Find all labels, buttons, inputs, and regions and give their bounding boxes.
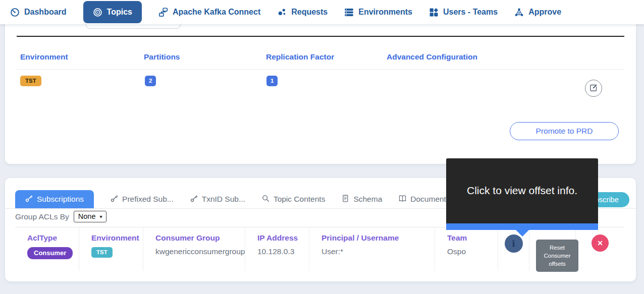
column-header-advanced-configuration: Advanced Configuration: [387, 52, 477, 62]
partitions-badge: 2: [145, 76, 156, 86]
acl-header-ip-address: IP Address: [257, 233, 309, 243]
chevron-down-icon: ▾: [100, 214, 102, 219]
nav-item-label: Users - Teams: [443, 8, 498, 17]
team-value: Ospo: [447, 247, 498, 256]
acl-environment-badge: TST: [91, 247, 113, 258]
tab-schema[interactable]: Schema: [342, 190, 382, 208]
nav-item-users-teams[interactable]: Users - Teams: [429, 8, 498, 17]
requests-icon: [277, 8, 287, 17]
book-icon: [399, 195, 406, 204]
acl-header-consumer-group: Consumer Group: [155, 233, 245, 243]
group-acls-by-label: Group ACLs By: [15, 212, 69, 221]
group-acls-by-select[interactable]: None ▾: [74, 211, 106, 222]
nav-item-topics[interactable]: Topics: [83, 1, 142, 23]
nav-item-label: Topics: [107, 8, 132, 17]
nav-item-approve[interactable]: Approve: [514, 8, 561, 17]
column-header-partitions: Partitions: [144, 52, 180, 62]
acl-col-ip-address: IP Address 10.128.0.3: [245, 227, 309, 271]
acl-col-acltype: AclType Consumer: [15, 227, 79, 271]
section-divider: [17, 36, 624, 37]
acl-col-consumer-group: Consumer Group kwgenericconsumergroup: [143, 227, 245, 271]
acl-header-environment: Environment: [91, 233, 143, 243]
select-value: None: [78, 212, 96, 220]
users-teams-icon: [429, 8, 439, 17]
nav-item-environments[interactable]: Environments: [344, 8, 412, 17]
column-header-environment: Environment: [20, 52, 68, 62]
subscriptions-tabbar: Subscriptions Prefixed Sub... TxnID Sub.…: [15, 190, 463, 208]
group-acls-row: Group ACLs By None ▾: [15, 211, 106, 222]
tab-label: Subscriptions: [37, 195, 84, 204]
environment-badge: TST: [20, 76, 41, 86]
key-icon: [111, 195, 118, 204]
edit-icon: [589, 84, 598, 93]
tab-label: Schema: [353, 195, 382, 204]
key-icon: [25, 195, 33, 204]
nav-item-label: Approve: [528, 8, 561, 17]
nav-item-dashboard[interactable]: Dashboard: [10, 8, 67, 17]
edit-topic-button[interactable]: [585, 80, 602, 97]
info-icon: i: [512, 239, 515, 249]
file-icon: [342, 195, 349, 204]
topics-icon: [93, 8, 102, 17]
top-nav: Dashboard Topics Apache Kafka Connect Re…: [0, 0, 644, 24]
offset-info-tooltip-text: Click to view offset info.: [446, 158, 598, 223]
key-icon: [190, 195, 198, 204]
delete-acl-button[interactable]: ✕: [592, 234, 609, 252]
column-header-replication-factor: Replication Factor: [266, 52, 334, 62]
offset-info-tooltip: Click to view offset info.: [446, 158, 598, 237]
acl-header-principal: Principal / Username: [321, 233, 435, 243]
nav-item-label: Apache Kafka Connect: [173, 8, 260, 17]
principal-value: User:*: [321, 247, 435, 256]
nav-item-requests[interactable]: Requests: [277, 8, 328, 17]
reset-consumer-offsets-tooltip: Reset Consumer offsets: [536, 240, 578, 272]
tab-label: TxnID Sub...: [202, 195, 245, 204]
tooltip-caret-icon: [516, 230, 529, 237]
promote-to-prd-button[interactable]: Promote to PRD: [510, 122, 619, 140]
dashboard-icon: [10, 8, 20, 17]
tab-subscriptions[interactable]: Subscriptions: [15, 190, 94, 208]
tooltip-accent-bar: [446, 223, 598, 230]
tab-prefixed-subscriptions[interactable]: Prefixed Sub...: [111, 190, 174, 208]
approve-icon: [514, 8, 524, 17]
acl-header-acltype: AclType: [27, 233, 79, 243]
search-icon: [262, 195, 270, 204]
nav-item-label: Dashboard: [24, 8, 67, 17]
tab-txnid-subscriptions[interactable]: TxnID Sub...: [190, 190, 245, 208]
environments-icon: [344, 8, 354, 17]
tab-label: Topic Contents: [274, 195, 326, 204]
header-divider: [17, 69, 624, 70]
replication-factor-badge: 1: [266, 76, 278, 86]
acl-col-principal: Principal / Username User:*: [309, 227, 435, 271]
offset-info-button[interactable]: i: [505, 234, 523, 253]
acl-col-environment: Environment TST: [79, 227, 143, 271]
nav-item-kafka-connect[interactable]: Apache Kafka Connect: [158, 8, 260, 17]
tab-topic-contents[interactable]: Topic Contents: [262, 190, 326, 208]
topic-overview-card: Environment Partitions Replication Facto…: [5, 24, 636, 164]
kafka-connect-icon: [158, 8, 168, 17]
ip-address-value: 10.128.0.3: [257, 247, 309, 256]
consumer-group-value: kwgenericconsumergroup: [155, 247, 245, 256]
nav-item-label: Environments: [358, 8, 412, 17]
close-icon: ✕: [597, 239, 603, 247]
nav-item-label: Requests: [291, 8, 328, 17]
tab-label: Prefixed Sub...: [122, 195, 174, 204]
acltype-badge: Consumer: [27, 247, 73, 259]
